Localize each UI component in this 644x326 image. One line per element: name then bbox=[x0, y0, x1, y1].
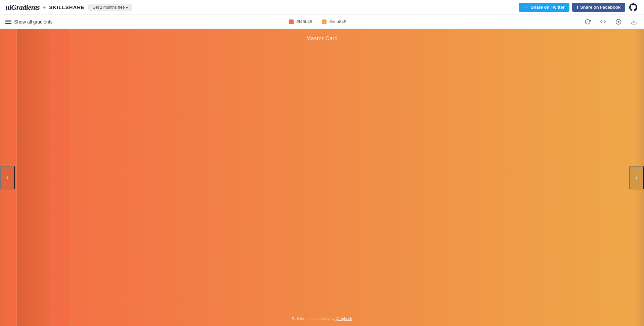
color-from-hex: #f46b45 bbox=[296, 19, 312, 24]
code-button[interactable] bbox=[598, 17, 608, 27]
facebook-share-button[interactable]: f Share on Facebook bbox=[572, 3, 625, 12]
code-icon bbox=[600, 19, 606, 25]
footer-author-link[interactable]: @_ighosh bbox=[335, 317, 352, 321]
github-icon bbox=[629, 3, 637, 11]
navbar-right: 🐦 Share on Twitter f Share on Facebook bbox=[519, 2, 639, 13]
prev-gradient-button[interactable]: ‹ bbox=[0, 166, 15, 189]
download-icon bbox=[631, 19, 637, 25]
twitter-share-label: Share on Twitter bbox=[531, 5, 565, 10]
color-info: #f46b45 → #eea849 bbox=[289, 19, 346, 24]
refresh-icon bbox=[585, 19, 591, 25]
show-all-gradients-button[interactable]: Show all gradients bbox=[5, 19, 52, 25]
prev-gradient-strip-3 bbox=[50, 29, 71, 326]
prev-arrow-icon: ‹ bbox=[6, 173, 8, 182]
gradient-name: Master Card bbox=[306, 36, 338, 42]
promo-badge[interactable]: Get 2 months free ▸ bbox=[88, 4, 132, 11]
github-link[interactable] bbox=[628, 2, 639, 13]
add-button[interactable] bbox=[614, 17, 623, 27]
download-button[interactable] bbox=[629, 17, 639, 27]
twitter-icon: 🐦 bbox=[523, 5, 529, 10]
logo[interactable]: uiGradients bbox=[5, 3, 40, 12]
plus-separator: + bbox=[43, 5, 46, 10]
skillshare-logo[interactable]: SKILLSHARE bbox=[49, 4, 85, 10]
navbar: uiGradients + SKILLSHARE Get 2 months fr… bbox=[0, 0, 644, 15]
show-all-gradients-label: Show all gradients bbox=[14, 19, 52, 25]
color-to-swatch bbox=[322, 19, 327, 24]
add-icon bbox=[615, 19, 621, 25]
facebook-icon: f bbox=[577, 5, 578, 10]
twitter-share-button[interactable]: 🐦 Share on Twitter bbox=[519, 3, 569, 12]
footer-text: Built for the community by bbox=[292, 317, 335, 321]
subtoolbar: Show all gradients #f46b45 → #eea849 bbox=[0, 15, 644, 29]
gradient-display: Master Card ‹ › Built for the community … bbox=[0, 29, 644, 326]
toolbar-icons bbox=[583, 17, 639, 27]
hamburger-icon bbox=[5, 20, 11, 24]
color-from-swatch bbox=[289, 19, 294, 24]
arrow-separator: → bbox=[315, 19, 319, 24]
refresh-button[interactable] bbox=[583, 17, 592, 27]
navbar-left: uiGradients + SKILLSHARE Get 2 months fr… bbox=[5, 3, 132, 12]
next-arrow-icon: › bbox=[635, 173, 638, 182]
next-gradient-button[interactable]: › bbox=[629, 166, 644, 189]
color-to-hex: #eea849 bbox=[329, 19, 346, 24]
prev-gradient-strip-2 bbox=[17, 29, 50, 326]
footer: Built for the community by @_ighosh bbox=[292, 317, 352, 321]
facebook-share-label: Share on Facebook bbox=[580, 5, 620, 10]
